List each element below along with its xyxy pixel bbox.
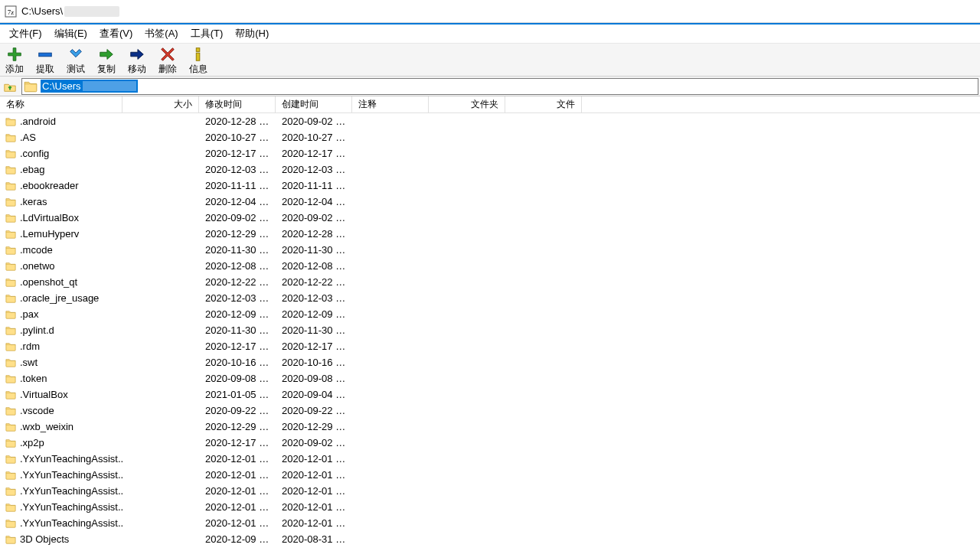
test-button[interactable]: 测试	[64, 46, 87, 74]
cell-name: .android	[0, 116, 122, 127]
cell-name: .openshot_qt	[0, 276, 122, 288]
list-item[interactable]: .ebag2020-12-03 1...2020-12-03 1...	[0, 161, 980, 178]
cell-name: .VirtualBox	[0, 389, 122, 400]
list-item[interactable]: .pax2020-12-09 1...2020-12-09 1...	[0, 306, 980, 322]
menu-help[interactable]: 帮助(H)	[229, 25, 275, 42]
cell-name: .ebag	[0, 164, 122, 175]
cell-mtime: 2020-12-08 1...	[199, 260, 276, 272]
file-name: .VirtualBox	[20, 389, 68, 400]
folder-icon	[5, 229, 17, 240]
list-item[interactable]: .VirtualBox2021-01-05 1...2020-09-04 1..…	[0, 386, 980, 403]
cell-name: .onetwo	[0, 260, 122, 272]
file-list[interactable]: .android2020-12-28 1...2020-09-02 1....A…	[0, 113, 980, 551]
folder-icon	[5, 406, 17, 416]
list-item[interactable]: .YxYunTeachingAssist...2020-12-01 1...20…	[0, 499, 980, 515]
cell-mtime: 2020-12-22 1...	[199, 276, 276, 288]
list-item[interactable]: .token2020-09-08 1...2020-09-08 1...	[0, 370, 980, 386]
cell-mtime: 2020-12-17 1...	[199, 341, 276, 352]
cell-name: .LdVirtualBox	[0, 212, 122, 223]
col-folders[interactable]: 文件夹	[429, 96, 505, 112]
menu-view[interactable]: 查看(V)	[93, 25, 139, 42]
menu-tools[interactable]: 工具(T)	[185, 25, 230, 42]
list-item[interactable]: .YxYunTeachingAssist...2020-12-01 1...20…	[0, 483, 980, 499]
list-item[interactable]: .pylint.d2020-11-30 1...2020-11-30 1...	[0, 322, 980, 338]
cell-name: .pax	[0, 308, 122, 320]
cell-name: .oracle_jre_usage	[0, 292, 122, 304]
folder-icon	[5, 438, 17, 448]
path-input[interactable]: C:\Users	[21, 78, 978, 95]
folder-icon	[5, 277, 17, 288]
cell-ctime: 2020-09-08 1...	[276, 373, 352, 384]
list-item[interactable]: .oracle_jre_usage2020-12-03 1...2020-12-…	[0, 290, 980, 306]
menu-edit[interactable]: 编辑(E)	[48, 25, 93, 42]
list-item[interactable]: .onetwo2020-12-08 1...2020-12-08 1...	[0, 258, 980, 274]
list-item[interactable]: .android2020-12-28 1...2020-09-02 1...	[0, 113, 980, 129]
list-item[interactable]: .YxYunTeachingAssist...2020-12-01 1...20…	[0, 467, 980, 483]
file-name: .token	[20, 373, 47, 384]
file-name: .YxYunTeachingAssist...	[20, 501, 122, 513]
list-item[interactable]: .swt2020-10-16 1...2020-10-16 1...	[0, 354, 980, 370]
copy-button[interactable]: 复制	[95, 46, 118, 74]
cell-ctime: 2020-12-17 1...	[276, 341, 352, 352]
menu-bookmarks[interactable]: 书签(A)	[139, 25, 184, 42]
cell-ctime: 2020-08-31 1...	[276, 533, 352, 545]
list-item[interactable]: .LdVirtualBox2020-09-02 1...2020-09-02 1…	[0, 210, 980, 226]
cell-ctime: 2020-12-28 1...	[276, 228, 352, 240]
list-item[interactable]: .LemuHyperv2020-12-29 1...2020-12-28 1..…	[0, 226, 980, 242]
list-item[interactable]: .openshot_qt2020-12-22 1...2020-12-22 1.…	[0, 274, 980, 290]
col-name[interactable]: 名称	[0, 96, 122, 112]
svg-rect-3	[196, 48, 200, 52]
cell-mtime: 2020-12-01 1...	[199, 469, 276, 481]
cell-ctime: 2020-11-30 1...	[276, 244, 352, 256]
list-item[interactable]: 3D Objects2020-12-09 1...2020-08-31 1...	[0, 531, 980, 547]
cell-ctime: 2020-12-04 1...	[276, 196, 352, 207]
list-item[interactable]: .config2020-12-17 1...2020-12-17 1...	[0, 145, 980, 161]
folder-icon	[5, 373, 17, 384]
list-item[interactable]: .vscode2020-09-22 1...2020-09-22 1...	[0, 403, 980, 419]
cell-name: .YxYunTeachingAssist...	[0, 469, 122, 481]
list-item[interactable]: .keras2020-12-04 1...2020-12-04 1...	[0, 194, 980, 210]
cell-name: .YxYunTeachingAssist...	[0, 453, 122, 465]
extract-button[interactable]: 提取	[34, 46, 57, 74]
list-item[interactable]: .YxYunTeachingAssist...2020-12-01 1...20…	[0, 451, 980, 467]
cell-mtime: 2020-12-01 1...	[199, 485, 276, 497]
list-item[interactable]: .wxb_weixin2020-12-29 1...2020-12-29 1..…	[0, 419, 980, 435]
cell-mtime: 2020-12-17 1...	[199, 148, 276, 159]
add-button[interactable]: 添加	[3, 46, 26, 74]
list-item[interactable]: .mcode2020-11-30 1...2020-11-30 1...	[0, 242, 980, 258]
cell-name: .pylint.d	[0, 324, 122, 336]
list-item[interactable]: .rdm2020-12-17 1...2020-12-17 1...	[0, 338, 980, 354]
cell-mtime: 2020-12-04 1...	[199, 196, 276, 207]
cell-mtime: 2020-10-16 1...	[199, 357, 276, 368]
cell-ctime: 2020-12-03 1...	[276, 292, 352, 304]
cell-mtime: 2020-12-09 1...	[199, 308, 276, 320]
file-name: .oracle_jre_usage	[20, 292, 99, 304]
cell-mtime: 2020-12-29 1...	[199, 228, 276, 240]
folder-icon	[5, 325, 17, 336]
delete-button[interactable]: 删除	[156, 46, 179, 74]
move-button[interactable]: 移动	[126, 46, 149, 74]
file-name: .pylint.d	[20, 324, 54, 336]
cell-mtime: 2021-01-05 1...	[199, 389, 276, 400]
menu-file[interactable]: 文件(F)	[3, 25, 48, 42]
title-text: C:\Users\	[21, 5, 119, 18]
file-name: .onetwo	[20, 260, 55, 272]
col-comment[interactable]: 注释	[352, 96, 429, 112]
col-files[interactable]: 文件	[505, 96, 582, 112]
folder-icon	[24, 80, 38, 93]
file-name: .pax	[20, 308, 39, 320]
list-item[interactable]: .xp2p2020-12-17 0...2020-09-02 1...	[0, 435, 980, 451]
col-size[interactable]: 大小	[122, 96, 199, 112]
folder-icon	[5, 502, 17, 513]
cell-ctime: 2020-10-27 1...	[276, 132, 352, 143]
folder-icon	[5, 116, 17, 127]
list-item[interactable]: .AS2020-10-27 1...2020-10-27 1...	[0, 129, 980, 145]
list-item[interactable]: .YxYunTeachingAssist...2020-12-01 1...20…	[0, 515, 980, 531]
col-mtime[interactable]: 修改时间	[199, 96, 276, 112]
file-name: .YxYunTeachingAssist...	[20, 469, 122, 481]
up-button[interactable]	[2, 78, 18, 95]
info-button[interactable]: 信息	[187, 46, 210, 74]
extract-label: 提取	[36, 64, 54, 74]
col-ctime[interactable]: 创建时间	[276, 96, 352, 112]
list-item[interactable]: .ebookreader2020-11-11 1...2020-11-11 1.…	[0, 178, 980, 194]
